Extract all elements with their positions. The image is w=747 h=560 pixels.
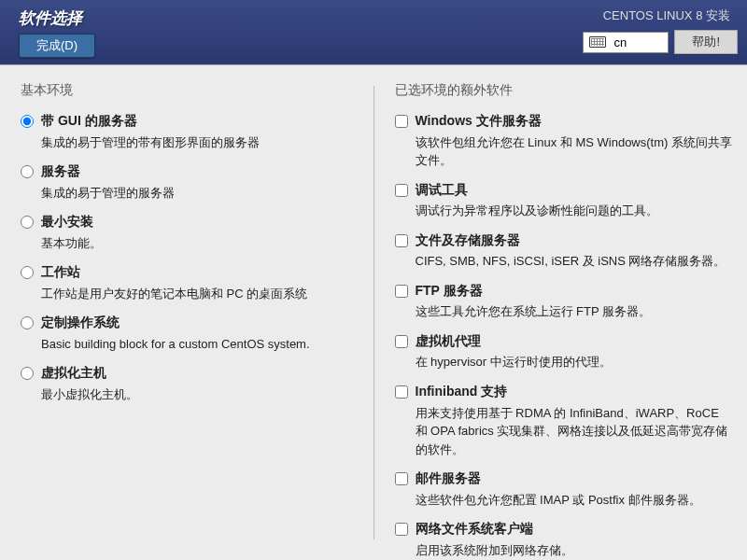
base-env-option: 服务器集成的易于管理的服务器 <box>21 162 360 202</box>
option-label: 邮件服务器 <box>416 469 735 488</box>
addon-checkbox[interactable] <box>395 234 408 247</box>
base-env-option: 最小安装基本功能。 <box>21 213 360 252</box>
option-body: 虚拟化主机最小虚拟化主机。 <box>41 364 360 403</box>
addons-title: 已选环境的额外软件 <box>395 82 735 99</box>
option-desc: 在 hypervisor 中运行时使用的代理。 <box>416 353 735 371</box>
addon-checkbox[interactable] <box>395 385 408 399</box>
addon-option: 虚拟机代理在 hypervisor 中运行时使用的代理。 <box>395 332 735 371</box>
option-desc: 这些工具允许您在系统上运行 FTP 服务器。 <box>416 302 735 321</box>
option-label: 定制操作系统 <box>41 314 360 332</box>
option-desc: 集成的易于管理的带有图形界面的服务器 <box>41 133 360 152</box>
header-left: 软件选择 完成(D) <box>0 0 114 64</box>
base-environment-column: 基本环境 带 GUI 的服务器集成的易于管理的带有图形界面的服务器服务器集成的易… <box>0 65 374 560</box>
addon-option: 文件及存储服务器CIFS, SMB, NFS, iSCSI, iSER 及 iS… <box>395 231 735 271</box>
addon-checkbox[interactable] <box>395 184 408 197</box>
option-desc: 用来支持使用基于 RDMA 的 InfiniBand、iWARP、RoCE 和 … <box>416 404 735 459</box>
option-label: 虚拟化主机 <box>41 364 360 383</box>
base-env-title: 基本环境 <box>21 82 360 99</box>
base-env-radio[interactable] <box>21 316 34 329</box>
addons-list: Windows 文件服务器该软件包组允许您在 Linux 和 MS Window… <box>395 112 735 559</box>
option-body: 带 GUI 的服务器集成的易于管理的带有图形界面的服务器 <box>41 112 360 151</box>
option-label: 工作站 <box>41 263 360 282</box>
addon-checkbox[interactable] <box>395 115 408 128</box>
help-button[interactable]: 帮助! <box>674 30 738 54</box>
base-env-radio[interactable] <box>21 165 34 178</box>
option-body: 定制操作系统Basic building block for a custom … <box>41 314 360 353</box>
option-label: 服务器 <box>41 162 360 181</box>
base-env-radio[interactable] <box>21 115 34 128</box>
addon-option: FTP 服务器这些工具允许您在系统上运行 FTP 服务器。 <box>395 282 735 321</box>
addon-option: Windows 文件服务器该软件包组允许您在 Linux 和 MS Window… <box>395 112 735 170</box>
base-env-list: 带 GUI 的服务器集成的易于管理的带有图形界面的服务器服务器集成的易于管理的服… <box>21 112 360 404</box>
option-label: 带 GUI 的服务器 <box>41 112 360 131</box>
base-env-option: 虚拟化主机最小虚拟化主机。 <box>21 364 360 403</box>
keyboard-layout-selector[interactable]: cn <box>583 32 669 53</box>
option-label: 调试工具 <box>416 181 735 200</box>
base-env-radio[interactable] <box>21 216 34 229</box>
install-label: CENTOS LINUX 8 安装 <box>603 7 738 24</box>
option-body: 服务器集成的易于管理的服务器 <box>41 162 360 202</box>
option-body: 网络文件系统客户端启用该系统附加到网络存储。 <box>416 520 735 559</box>
option-desc: 最小虚拟化主机。 <box>41 385 360 404</box>
addon-option: 调试工具调试行为异常程序以及诊断性能问题的工具。 <box>395 181 735 220</box>
header: 软件选择 完成(D) CENTOS LINUX 8 安装 cn 帮助! <box>0 0 747 65</box>
base-env-radio[interactable] <box>21 266 34 279</box>
option-desc: 这些软件包允许您配置 IMAP 或 Postfix 邮件服务器。 <box>416 491 735 510</box>
option-desc: 该软件包组允许您在 Linux 和 MS Windows(tm) 系统间共享文件… <box>416 133 735 170</box>
base-env-option: 工作站工作站是用户友好的笔记本电脑和 PC 的桌面系统 <box>21 263 360 302</box>
done-button[interactable]: 完成(D) <box>19 34 95 58</box>
option-label: Infiniband 支持 <box>416 383 735 401</box>
addon-checkbox[interactable] <box>395 335 408 348</box>
keyboard-layout-code: cn <box>613 35 627 49</box>
base-env-option: 定制操作系统Basic building block for a custom … <box>21 314 360 353</box>
option-label: 虚拟机代理 <box>416 332 735 351</box>
option-desc: 工作站是用户友好的笔记本电脑和 PC 的桌面系统 <box>41 285 360 303</box>
header-right: CENTOS LINUX 8 安装 cn 帮助! <box>573 0 747 64</box>
option-desc: CIFS, SMB, NFS, iSCSI, iSER 及 iSNS 网络存储服… <box>416 252 735 271</box>
option-body: 工作站工作站是用户友好的笔记本电脑和 PC 的桌面系统 <box>41 263 360 302</box>
header-controls: cn 帮助! <box>583 30 738 54</box>
addon-option: Infiniband 支持用来支持使用基于 RDMA 的 InfiniBand、… <box>395 383 735 458</box>
option-label: FTP 服务器 <box>416 282 735 301</box>
option-label: 文件及存储服务器 <box>416 231 735 250</box>
addon-option: 网络文件系统客户端启用该系统附加到网络存储。 <box>395 520 735 559</box>
option-body: Windows 文件服务器该软件包组允许您在 Linux 和 MS Window… <box>416 112 735 170</box>
addon-checkbox[interactable] <box>395 285 408 298</box>
option-desc: 集成的易于管理的服务器 <box>41 184 360 203</box>
base-env-option: 带 GUI 的服务器集成的易于管理的带有图形界面的服务器 <box>21 112 360 151</box>
option-desc: 调试行为异常程序以及诊断性能问题的工具。 <box>416 202 735 220</box>
option-body: 邮件服务器这些软件包允许您配置 IMAP 或 Postfix 邮件服务器。 <box>416 469 735 509</box>
option-body: 虚拟机代理在 hypervisor 中运行时使用的代理。 <box>416 332 735 371</box>
content: 基本环境 带 GUI 的服务器集成的易于管理的带有图形界面的服务器服务器集成的易… <box>0 65 747 560</box>
keyboard-icon <box>589 36 606 48</box>
option-desc: 基本功能。 <box>41 234 360 253</box>
option-body: 文件及存储服务器CIFS, SMB, NFS, iSCSI, iSER 及 iS… <box>416 231 735 271</box>
base-env-radio[interactable] <box>21 367 34 380</box>
option-label: Windows 文件服务器 <box>416 112 735 131</box>
option-body: FTP 服务器这些工具允许您在系统上运行 FTP 服务器。 <box>416 282 735 321</box>
addon-option: 邮件服务器这些软件包允许您配置 IMAP 或 Postfix 邮件服务器。 <box>395 469 735 509</box>
page-title: 软件选择 <box>19 7 95 29</box>
option-label: 最小安装 <box>41 213 360 231</box>
option-desc: Basic building block for a custom CentOS… <box>41 335 360 354</box>
option-body: Infiniband 支持用来支持使用基于 RDMA 的 InfiniBand、… <box>416 383 735 458</box>
option-body: 最小安装基本功能。 <box>41 213 360 252</box>
option-body: 调试工具调试行为异常程序以及诊断性能问题的工具。 <box>416 181 735 220</box>
addon-checkbox[interactable] <box>395 523 408 536</box>
addon-checkbox[interactable] <box>395 472 408 485</box>
option-desc: 启用该系统附加到网络存储。 <box>416 541 735 560</box>
addons-column: 已选环境的额外软件 Windows 文件服务器该软件包组允许您在 Linux 和… <box>374 65 748 560</box>
option-label: 网络文件系统客户端 <box>416 520 735 539</box>
